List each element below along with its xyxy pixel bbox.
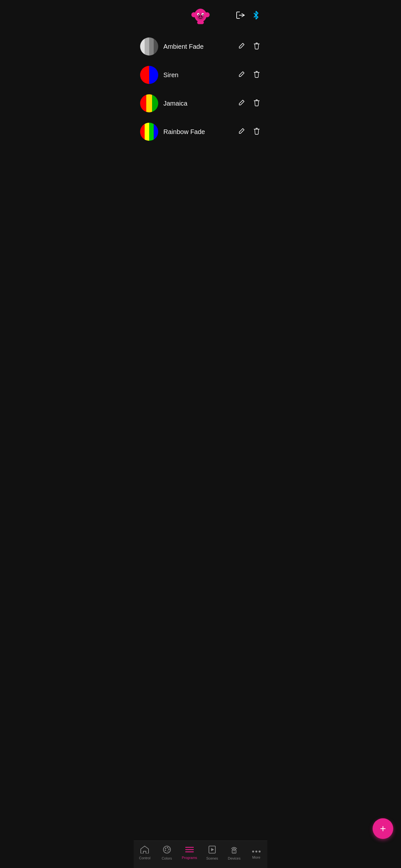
header [134, 0, 267, 29]
list-item[interactable]: Siren [134, 61, 267, 89]
svg-rect-10 [197, 21, 204, 24]
tab-scenes[interactable]: Scenes [203, 844, 222, 862]
delete-button[interactable] [252, 41, 261, 52]
program-name: Siren [163, 71, 237, 79]
home-icon [141, 846, 149, 855]
tab-programs[interactable]: Programs [179, 845, 200, 861]
list-item[interactable]: Rainbow Fade [134, 118, 267, 146]
tab-control-label: Control [139, 856, 150, 860]
svg-point-7 [203, 14, 204, 15]
tab-programs-label: Programs [182, 856, 197, 860]
ambient-fade-icon [140, 37, 158, 56]
tab-scenes-label: Scenes [206, 857, 218, 860]
svg-point-14 [167, 847, 168, 848]
tab-devices[interactable]: Devices [224, 844, 244, 862]
item-actions [237, 69, 261, 81]
login-button[interactable] [235, 10, 246, 22]
devices-icon [230, 845, 238, 855]
delete-button[interactable] [252, 69, 261, 81]
svg-point-15 [168, 848, 169, 850]
svg-point-9 [201, 16, 203, 17]
svg-point-25 [252, 850, 254, 852]
edit-button[interactable] [237, 41, 246, 52]
tab-devices-label: Devices [228, 857, 241, 860]
siren-icon [140, 66, 158, 84]
item-actions [237, 98, 261, 109]
list-item[interactable]: Ambient Fade [134, 32, 267, 61]
bluetooth-button[interactable] [251, 9, 261, 23]
svg-point-27 [258, 850, 260, 852]
edit-button[interactable] [237, 127, 246, 137]
program-name: Jamaica [163, 100, 237, 107]
delete-button[interactable] [252, 98, 261, 109]
programs-list: Ambient Fade Siren [134, 29, 267, 841]
svg-point-6 [198, 14, 199, 15]
svg-point-8 [198, 16, 200, 17]
svg-point-26 [255, 850, 257, 852]
svg-marker-21 [211, 848, 214, 851]
tab-colors[interactable]: Colors [157, 844, 177, 862]
palette-icon [163, 845, 171, 855]
tab-bar: Control Colors Programs [134, 841, 267, 868]
svg-point-16 [165, 849, 166, 851]
item-actions [237, 41, 261, 52]
tab-more-label: More [252, 856, 260, 859]
scenes-icon [208, 845, 216, 855]
svg-point-24 [234, 850, 235, 851]
program-name: Rainbow Fade [163, 128, 237, 135]
rainbow-fade-icon [140, 123, 158, 141]
monkey-logo [191, 6, 210, 26]
svg-point-13 [165, 848, 166, 849]
header-actions [235, 9, 261, 23]
programs-icon [185, 846, 194, 855]
tab-colors-label: Colors [162, 857, 172, 860]
item-actions [237, 126, 261, 137]
edit-button[interactable] [237, 70, 246, 81]
jamaica-icon [140, 94, 158, 113]
delete-button[interactable] [252, 126, 261, 137]
program-name: Ambient Fade [163, 43, 237, 51]
tab-more[interactable]: More [247, 845, 266, 861]
list-item[interactable]: Jamaica [134, 89, 267, 118]
tab-control[interactable]: Control [135, 844, 154, 861]
more-icon [252, 846, 261, 854]
edit-button[interactable] [237, 98, 246, 109]
